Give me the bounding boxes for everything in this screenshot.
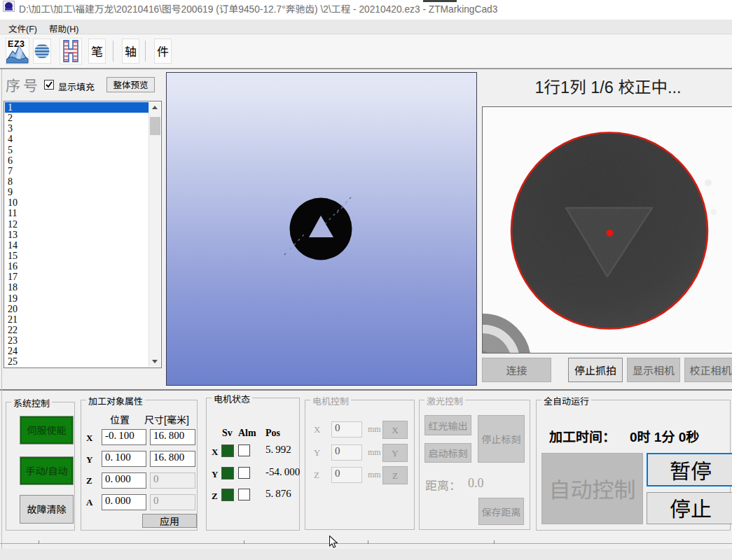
svg-text:EZ3: EZ3: [8, 39, 25, 49]
